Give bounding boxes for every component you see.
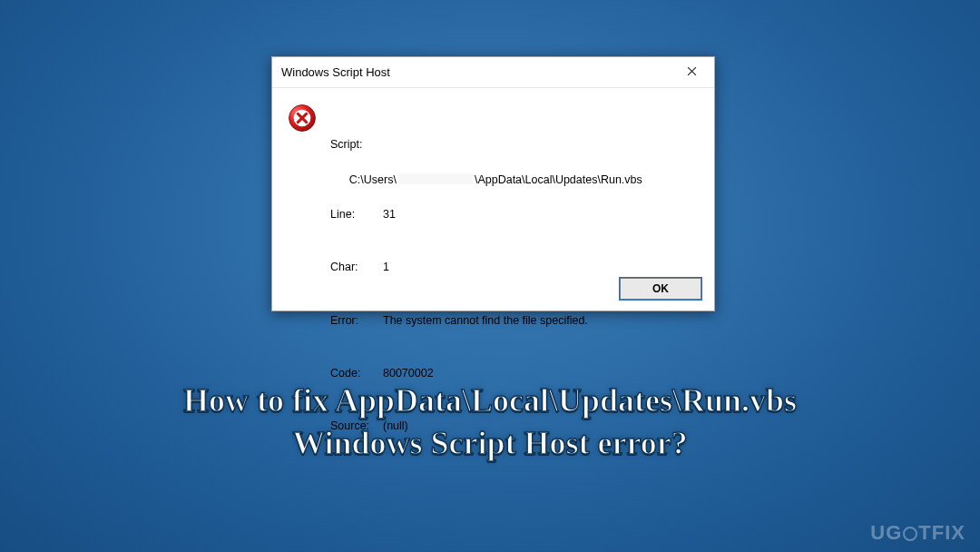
row-value: 31 (383, 206, 396, 223)
script-label-row: Script: (330, 136, 642, 153)
row-label: Char: (330, 259, 383, 276)
row-label: Error: (330, 312, 383, 330)
script-label: Script: (330, 136, 362, 153)
article-caption: How to fix AppData\Local\Updates\Run.vbs… (0, 380, 980, 465)
ok-button[interactable]: OK (620, 278, 701, 300)
line-row: Line:31 (330, 206, 642, 223)
titlebar: Windows Script Host (272, 57, 714, 88)
error-row: Error:The system cannot find the file sp… (330, 312, 642, 330)
close-button[interactable] (672, 60, 710, 85)
script-path-row: C:\Users\\AppData\Local\Updates\Run.vbs (349, 172, 642, 189)
wsh-error-dialog: Windows Script Host (271, 56, 715, 311)
row-value: 1 (383, 259, 389, 276)
row-label: Line: (330, 206, 383, 223)
error-icon (287, 103, 318, 133)
script-path-prefix: C:\Users\ (349, 172, 397, 189)
dialog-title: Windows Script Host (281, 65, 390, 79)
redacted-username (398, 173, 473, 184)
row-value: The system cannot find the file specifie… (383, 312, 588, 330)
char-row: Char:1 (330, 259, 642, 276)
script-path-suffix: \AppData\Local\Updates\Run.vbs (475, 172, 642, 189)
dialog-footer: OK (620, 272, 701, 300)
watermark-ring-icon (903, 527, 917, 541)
caption-line-2: Windows Script Host error? (36, 422, 944, 465)
ugetfix-watermark: UG TFIX (870, 521, 965, 545)
watermark-pre: UG (870, 521, 902, 545)
close-icon (687, 65, 697, 79)
caption-line-1: How to fix AppData\Local\Updates\Run.vbs (36, 380, 944, 422)
watermark-post: TFIX (918, 521, 965, 545)
